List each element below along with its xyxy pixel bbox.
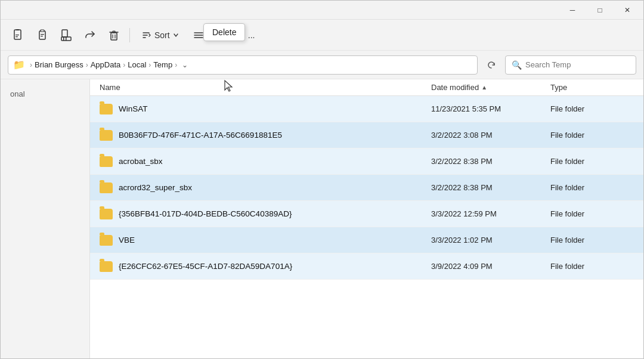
close-button[interactable]: ✕ [614, 1, 641, 20]
file-date: 3/2/2022 8:38 PM [431, 183, 550, 192]
file-name-cell: {E26CFC62-67E5-45CF-A1D7-82DA59DA701A} [100, 261, 431, 272]
table-row[interactable]: acrobat_sbx 3/2/2022 8:38 PM File folder [90, 148, 643, 175]
file-type: File folder [550, 104, 634, 113]
file-name-cell: B0B36F7D-476F-471C-A17A-56C6691881E5 [100, 130, 431, 141]
file-list-header: Name Date modified ▲ Type [90, 79, 643, 96]
toolbar: Delete [1, 20, 643, 51]
file-rows-container: WinSAT 11/23/2021 5:35 PM File folder B0… [90, 96, 643, 280]
svg-rect-3 [16, 36, 18, 37]
file-type: File folder [550, 183, 634, 192]
refresh-button[interactable] [482, 56, 500, 74]
sort-chevron-icon [173, 32, 179, 38]
svg-rect-4 [39, 31, 45, 39]
sidebar: onal [1, 79, 90, 358]
delete-tooltip: Delete [203, 23, 245, 41]
delete-icon [107, 29, 120, 42]
file-name: acrobat_sbx [119, 157, 163, 166]
search-input[interactable] [525, 60, 630, 69]
toolbar-separator [129, 28, 130, 42]
sort-icon [141, 30, 151, 41]
col-header-type: Type [550, 83, 634, 92]
more-options-label: ... [248, 30, 255, 40]
file-date: 3/3/2022 12:59 PM [431, 209, 550, 218]
table-row[interactable]: B0B36F7D-476F-471C-A17A-56C6691881E5 3/2… [90, 122, 643, 148]
file-name: VBE [119, 236, 135, 245]
file-date: 11/23/2021 5:35 PM [431, 104, 550, 113]
file-date: 3/3/2022 1:02 PM [431, 236, 550, 245]
svg-rect-10 [63, 37, 64, 41]
file-name-cell: acrobat_sbx [100, 156, 431, 167]
table-row[interactable]: WinSAT 11/23/2021 5:35 PM File folder [90, 96, 643, 122]
paste-icon [36, 29, 49, 42]
svg-rect-1 [16, 29, 19, 30]
file-type: File folder [550, 157, 634, 166]
date-sort-arrow: ▲ [481, 84, 487, 91]
breadcrumb-folder-icon: 📁 [13, 59, 25, 70]
title-bar: ─ □ ✕ [1, 1, 643, 20]
cut-button[interactable] [55, 24, 77, 46]
main-area: onal Name Date modified ▲ Type WinSA [1, 79, 643, 358]
breadcrumb-brian: Brian Burgess [35, 60, 83, 69]
folder-icon [100, 130, 113, 141]
svg-rect-12 [111, 33, 117, 40]
view-icon [193, 30, 204, 41]
file-explorer-window: ─ □ ✕ Delete [0, 0, 644, 359]
share-icon [83, 29, 97, 42]
sort-label: Sort [154, 30, 170, 40]
file-name-cell: {356BFB41-017D-404D-BEDB-C560C40389AD} [100, 209, 431, 219]
sidebar-item-label: onal [10, 89, 25, 98]
file-date: 3/9/2022 4:09 PM [431, 262, 550, 271]
svg-rect-11 [66, 37, 67, 41]
file-type: File folder [550, 236, 634, 245]
minimize-button[interactable]: ─ [559, 1, 586, 20]
search-icon: 🔍 [512, 60, 522, 70]
paste-button[interactable] [32, 24, 53, 46]
folder-icon [100, 209, 113, 219]
svg-rect-14 [113, 31, 115, 32]
file-name-cell: VBE [100, 235, 431, 246]
file-type: File folder [550, 262, 634, 271]
file-name: {356BFB41-017D-404D-BEDB-C560C40389AD} [119, 209, 292, 218]
file-name: B0B36F7D-476F-471C-A17A-56C6691881E5 [119, 131, 282, 140]
table-row[interactable]: {356BFB41-017D-404D-BEDB-C560C40389AD} 3… [90, 201, 643, 227]
maximize-button[interactable]: □ [586, 1, 614, 20]
col-header-date[interactable]: Date modified ▲ [431, 83, 550, 92]
file-name: acrord32_super_sbx [119, 183, 192, 192]
copy-path-button[interactable] [8, 24, 29, 46]
sort-button[interactable]: Sort [135, 24, 185, 46]
refresh-icon [487, 60, 496, 70]
search-box[interactable]: 🔍 [505, 55, 636, 75]
folder-icon [100, 261, 113, 272]
title-bar-controls: ─ □ ✕ [559, 1, 641, 20]
share-button[interactable] [79, 24, 101, 46]
table-row[interactable]: acrord32_super_sbx 3/2/2022 8:38 PM File… [90, 175, 643, 201]
breadcrumb[interactable]: 📁 › Brian Burgess › AppData › Local › Te… [8, 55, 478, 75]
file-name-cell: WinSAT [100, 104, 431, 114]
folder-icon [100, 182, 113, 193]
address-bar: 📁 › Brian Burgess › AppData › Local › Te… [1, 51, 643, 79]
table-row[interactable]: VBE 3/3/2022 1:02 PM File folder [90, 227, 643, 253]
folder-icon [100, 104, 113, 114]
file-type: File folder [550, 131, 634, 140]
svg-rect-7 [41, 36, 43, 36]
file-name-cell: acrord32_super_sbx [100, 182, 431, 193]
breadcrumb-dropdown-icon: ⌄ [182, 61, 188, 69]
breadcrumb-local: Local [128, 60, 146, 69]
breadcrumb-appdata: AppData [91, 60, 121, 69]
file-date: 3/2/2022 8:38 PM [431, 157, 550, 166]
svg-rect-8 [62, 30, 67, 37]
sidebar-item-onal[interactable]: onal [1, 84, 89, 103]
svg-rect-5 [41, 30, 44, 32]
table-row[interactable]: {E26CFC62-67E5-45CF-A1D7-82DA59DA701A} 3… [90, 253, 643, 280]
file-type: File folder [550, 209, 634, 218]
svg-rect-6 [41, 34, 44, 35]
col-header-name: Name [100, 83, 431, 92]
folder-icon [100, 156, 113, 167]
folder-icon [100, 235, 113, 246]
file-name: WinSAT [119, 104, 148, 113]
file-list[interactable]: Name Date modified ▲ Type WinSAT 11/23/2… [90, 79, 643, 358]
copy-path-icon [12, 29, 25, 42]
delete-button[interactable] [103, 24, 125, 46]
file-name: {E26CFC62-67E5-45CF-A1D7-82DA59DA701A} [119, 262, 292, 271]
file-date: 3/2/2022 3:08 PM [431, 131, 550, 140]
